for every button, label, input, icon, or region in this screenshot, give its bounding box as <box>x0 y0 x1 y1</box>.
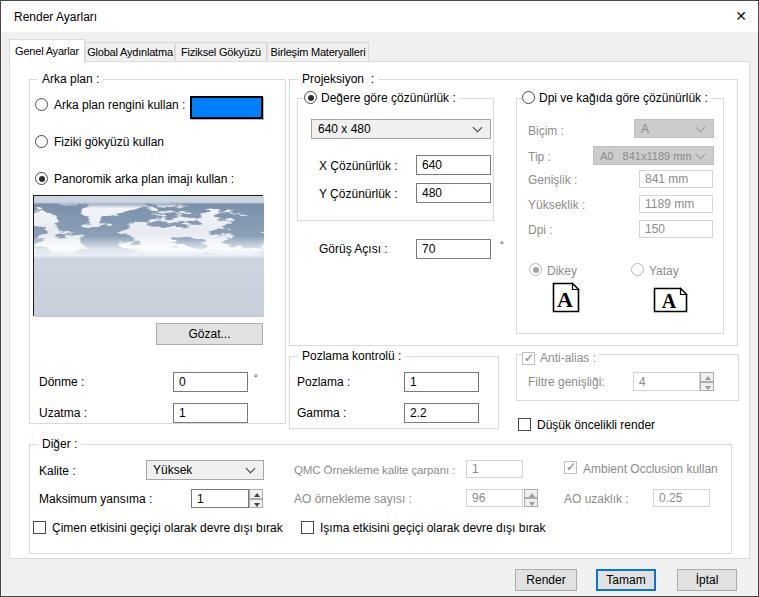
ao-distance-input[interactable]: 0.25 <box>653 489 710 507</box>
tab-birlesim-materyalleri[interactable]: Birleşim Materyalleri <box>267 42 369 62</box>
spin-down-icon[interactable] <box>249 499 263 509</box>
other-group-label: Diğer : <box>38 437 81 451</box>
dpi-label: Dpi : <box>528 223 553 237</box>
exposure-label: Pozlama : <box>297 375 350 389</box>
paper-type-label: Tip : <box>528 150 551 164</box>
resolution-by-dpi-label: Dpi ve kağıda göre çözünürlük : <box>536 91 711 105</box>
ao-samples-label: AO örnekleme sayısı : <box>294 492 412 506</box>
spin-down-icon[interactable] <box>700 382 714 392</box>
tab-fiziksel-gokyuzu[interactable]: Fiziksel Gökyüzü <box>175 42 267 62</box>
resolution-by-value-label: Değere göre çözünürlük : <box>318 91 459 105</box>
ao-samples-spinner[interactable] <box>524 489 538 507</box>
format-dropdown[interactable]: A <box>634 119 714 138</box>
use-panorama-radio[interactable] <box>35 172 48 185</box>
resolution-by-dpi-radio[interactable] <box>522 91 535 104</box>
gamma-input[interactable]: 2.2 <box>404 403 479 423</box>
portrait-paper-icon: A <box>552 282 580 316</box>
exposure-group-label: Pozlama kontrolü : <box>298 349 405 363</box>
rotation-label: Dönme : <box>39 375 84 389</box>
x-resolution-label: X Çözünürlük : <box>319 159 398 173</box>
low-priority-label: Düşük öncelikli render <box>537 418 655 432</box>
spin-up-icon[interactable] <box>249 489 263 499</box>
gamma-label: Gamma : <box>297 406 346 420</box>
background-group-label: Arka plan : <box>38 72 103 86</box>
chevron-down-icon <box>473 123 483 133</box>
filter-width-label: Filtre genişliği: <box>528 375 605 389</box>
disable-glow-checkbox[interactable] <box>301 521 314 534</box>
dpi-input[interactable]: 150 <box>639 220 713 238</box>
use-background-color-label: Arka plan rengini kullan : <box>54 98 185 112</box>
max-reflection-label: Maksimum yansıma : <box>39 492 152 506</box>
tab-genel-ayarlar[interactable]: Genel Ayarlar <box>9 39 85 63</box>
disable-grass-label: Çimen etkisini geçiçi olarak devre dışı … <box>52 521 283 535</box>
fov-input[interactable]: 70 <box>416 239 491 259</box>
rotation-unit: ° <box>254 373 258 383</box>
max-reflection-spinner[interactable] <box>249 489 263 508</box>
y-resolution-label: Y Çözünürlük : <box>319 187 398 201</box>
tab-global-aydinlatma[interactable]: Global Aydınlatma <box>85 42 175 62</box>
render-button[interactable]: Render <box>515 569 577 591</box>
antialias-checkbox[interactable] <box>522 352 535 365</box>
landscape-radio[interactable] <box>631 263 644 276</box>
use-physical-sky-radio[interactable] <box>35 135 48 148</box>
filter-width-spinner[interactable] <box>700 372 714 391</box>
dialog-title: Render Ayarları <box>14 10 97 24</box>
quality-dropdown[interactable]: Yüksek <box>146 460 264 480</box>
qmc-input[interactable]: 1 <box>466 460 523 478</box>
ao-samples-input[interactable]: 96 <box>466 489 523 507</box>
y-resolution-input[interactable]: 480 <box>416 183 491 203</box>
landscape-label: Yatay <box>649 264 679 278</box>
projection-group-label: Projeksiyon : <box>298 72 378 86</box>
use-panorama-label: Panoromik arka plan imajı kullan : <box>54 172 234 186</box>
landscape-paper-icon: A <box>653 287 688 316</box>
spin-up-icon[interactable] <box>524 489 538 498</box>
cancel-button[interactable]: İptal <box>677 569 737 591</box>
chevron-down-icon <box>696 122 706 132</box>
svg-text:A: A <box>662 290 677 312</box>
x-resolution-input[interactable]: 640 <box>416 155 491 175</box>
disable-glow-label: Işıma etkisini geçiçi olarak devre dışı … <box>320 521 545 535</box>
use-physical-sky-label: Fiziki gökyüzü kullan <box>54 135 164 149</box>
paper-height-input[interactable]: 1189 mm <box>639 195 713 213</box>
ao-distance-label: AO uzaklık : <box>564 492 629 506</box>
svg-text:A: A <box>557 287 573 312</box>
chevron-down-icon <box>246 464 256 474</box>
ok-button[interactable]: Tamam <box>596 569 656 591</box>
spin-down-icon[interactable] <box>524 498 538 507</box>
portrait-radio[interactable] <box>529 263 542 276</box>
antialias-label: Anti-alias : <box>537 351 599 365</box>
exposure-input[interactable]: 1 <box>404 372 479 392</box>
titlebar: Render Ayarları ✕ <box>1 1 758 32</box>
panorama-preview-image[interactable] <box>33 195 263 316</box>
paper-width-label: Genişlik : <box>528 173 577 187</box>
stretch-input[interactable]: 1 <box>173 403 248 423</box>
format-label: Biçim : <box>528 124 564 138</box>
close-icon[interactable]: ✕ <box>728 5 754 28</box>
background-color-swatch[interactable] <box>190 96 263 119</box>
resolution-by-value-radio[interactable] <box>304 91 317 104</box>
paper-type-dropdown[interactable]: A0 841x1189 mm <box>593 146 714 165</box>
fov-label: Görüş Açısı : <box>319 242 388 256</box>
low-priority-checkbox[interactable] <box>518 418 531 431</box>
paper-width-input[interactable]: 841 mm <box>639 170 713 188</box>
fov-unit: ° <box>500 240 504 250</box>
max-reflection-input[interactable]: 1 <box>191 489 249 508</box>
qmc-label: QMC Örnekleme kalite çarpanı : <box>294 464 455 476</box>
ao-use-checkbox[interactable] <box>564 461 577 474</box>
browse-button[interactable]: Gözat... <box>156 323 263 345</box>
rotation-input[interactable]: 0 <box>173 372 248 392</box>
paper-height-label: Yükseklik : <box>528 198 585 212</box>
use-background-color-radio[interactable] <box>35 98 48 111</box>
spin-up-icon[interactable] <box>700 372 714 382</box>
disable-grass-checkbox[interactable] <box>33 521 46 534</box>
chevron-down-icon <box>696 149 706 159</box>
portrait-label: Dikey <box>547 264 577 278</box>
quality-label: Kalite : <box>39 464 76 478</box>
filter-width-input[interactable]: 4 <box>633 372 700 391</box>
resolution-preset-dropdown[interactable]: 640 x 480 <box>311 119 491 139</box>
render-settings-dialog: Render Ayarları ✕ Genel Ayarlar Global A… <box>0 0 759 597</box>
stretch-label: Uzatma : <box>39 406 87 420</box>
ao-use-label: Ambient Occlusion kullan <box>583 462 718 476</box>
